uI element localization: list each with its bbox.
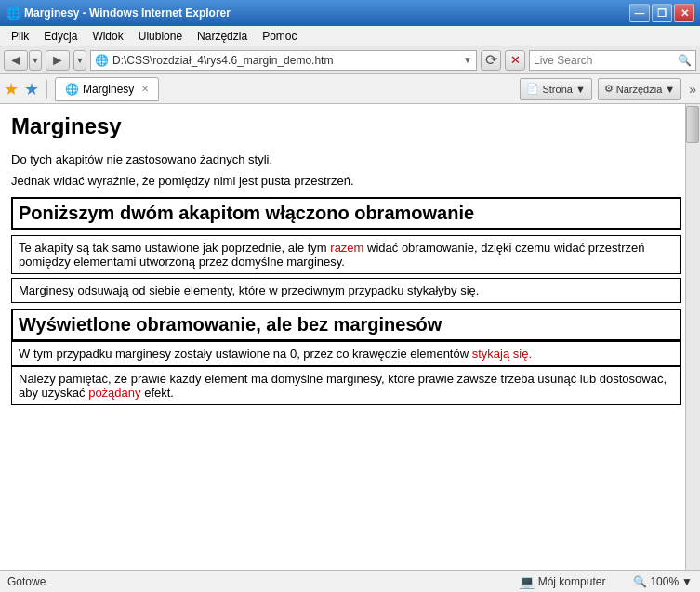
box2-text: Marginesy odsuwają od siebie elementy, k… bbox=[19, 283, 479, 297]
toolbar-separator bbox=[46, 80, 47, 99]
section2-heading: Wyświetlone obramowanie, ale bez margine… bbox=[11, 309, 681, 341]
nav-buttons: ◄ ▼ bbox=[4, 50, 42, 71]
tools-button[interactable]: ⚙ Narzędzia ▼ bbox=[598, 78, 681, 100]
restore-button[interactable]: ❐ bbox=[652, 4, 672, 22]
browser-tab[interactable]: 🌐 Marginesy ✕ bbox=[55, 77, 159, 101]
box3-colored: stykają się. bbox=[472, 347, 532, 361]
zoom-label: 100% bbox=[650, 575, 679, 588]
status-computer: 💻 Mój komputer bbox=[519, 574, 606, 589]
tools-button-label: Narzędzia bbox=[616, 84, 663, 95]
status-bar: Gotowe 💻 Mój komputer 🔍 100% ▼ bbox=[0, 570, 700, 592]
forward-dropdown[interactable]: ▼ bbox=[73, 50, 86, 71]
tab-close-button[interactable]: ✕ bbox=[141, 84, 149, 94]
tab-page-icon: 🌐 bbox=[65, 83, 79, 96]
address-input-wrap[interactable]: 🌐 D:\CSS\rozdział_4\rys4.6_margin_demo.h… bbox=[90, 50, 477, 71]
tools-button-icon: ⚙ bbox=[604, 83, 614, 95]
content-area: Marginesy Do tych akapitów nie zastosowa… bbox=[0, 104, 700, 570]
computer-label: Mój komputer bbox=[538, 575, 606, 588]
menu-item-narzedzia[interactable]: Narzędzia bbox=[190, 28, 255, 45]
window-title: Marginesy - Windows Internet Explorer bbox=[24, 7, 629, 20]
scrollbar-track[interactable] bbox=[685, 104, 700, 570]
add-favorites-icon[interactable]: ★ bbox=[24, 79, 39, 99]
address-dropdown-btn[interactable]: ▼ bbox=[463, 55, 472, 65]
box1-colored: razem bbox=[330, 241, 363, 255]
search-input[interactable] bbox=[534, 54, 674, 67]
toolbar-right: 📄 Strona ▼ ⚙ Narzędzia ▼ » bbox=[520, 78, 696, 100]
close-button[interactable]: ✕ bbox=[674, 4, 694, 22]
zoom-control[interactable]: 🔍 100% ▼ bbox=[633, 575, 693, 588]
zoom-dropdown[interactable]: ▼ bbox=[681, 575, 693, 588]
tab-label: Marginesy bbox=[83, 83, 134, 96]
tools-button-dropdown[interactable]: ▼ bbox=[665, 84, 675, 95]
window-titlebar: 🌐 Marginesy - Windows Internet Explorer … bbox=[0, 0, 700, 26]
paragraph-1-text: Do tych akapitów nie zastosowano żadnych… bbox=[11, 152, 272, 166]
back-dropdown[interactable]: ▼ bbox=[29, 50, 42, 71]
menu-bar: Plik Edycja Widok Ulubione Narzędzia Pom… bbox=[0, 26, 700, 46]
page-button[interactable]: 📄 Strona ▼ bbox=[520, 78, 591, 100]
box4-text: Należy pamiętać, że prawie każdy element… bbox=[19, 372, 667, 400]
address-bar: ◄ ▼ ► ▼ 🌐 D:\CSS\rozdział_4\rys4.6_margi… bbox=[0, 46, 700, 74]
section1-heading: Poniższym dwóm akapitom włączono obramow… bbox=[11, 197, 681, 230]
minimize-button[interactable]: — bbox=[629, 4, 650, 22]
menu-item-plik[interactable]: Plik bbox=[4, 28, 36, 45]
box2: Marginesy odsuwają od siebie elementy, k… bbox=[11, 278, 681, 303]
menu-item-widok[interactable]: Widok bbox=[85, 28, 130, 45]
zoom-icon: 🔍 bbox=[633, 575, 647, 588]
box3: W tym przypadku marginesy zostały ustawi… bbox=[11, 341, 681, 366]
browser-icon: 🌐 bbox=[6, 6, 20, 20]
content-wrap: Marginesy Do tych akapitów nie zastosowa… bbox=[0, 104, 700, 570]
forward-button[interactable]: ► bbox=[46, 50, 70, 71]
toolbar: ★ ★ 🌐 Marginesy ✕ 📄 Strona ▼ ⚙ Narzędzia… bbox=[0, 74, 700, 104]
box1: Te akapity są tak samo ustawione jak pop… bbox=[11, 235, 681, 274]
favorites-star-icon[interactable]: ★ bbox=[4, 79, 19, 99]
box4: Należy pamiętać, że prawie każdy element… bbox=[11, 366, 681, 405]
paragraph-2-text: Jednak widać wyraźnie, że pomiędzy nimi … bbox=[11, 174, 354, 188]
page-button-label: Strona bbox=[542, 84, 572, 95]
page-button-dropdown[interactable]: ▼ bbox=[575, 84, 586, 95]
paragraph-1: Do tych akapitów nie zastosowano żadnych… bbox=[11, 152, 681, 166]
back-button[interactable]: ◄ bbox=[4, 50, 28, 71]
toolbar-more-icon[interactable]: » bbox=[689, 82, 696, 97]
address-input[interactable]: D:\CSS\rozdział_4\rys4.6_margin_demo.htm bbox=[112, 54, 459, 67]
search-icon[interactable]: 🔍 bbox=[678, 54, 692, 67]
search-wrap[interactable]: 🔍 bbox=[529, 50, 696, 71]
page-button-icon: 📄 bbox=[526, 83, 539, 95]
status-text: Gotowe bbox=[7, 575, 519, 588]
window-controls: — ❐ ✕ bbox=[629, 4, 694, 22]
refresh-button[interactable]: ⟳ bbox=[481, 50, 501, 71]
box1-text: Te akapity są tak samo ustawione jak pop… bbox=[19, 241, 644, 269]
paragraph-2: Jednak widać wyraźnie, że pomiędzy nimi … bbox=[11, 174, 681, 188]
page-heading: Marginesy bbox=[11, 113, 681, 139]
computer-icon: 💻 bbox=[519, 574, 535, 589]
box4-colored: pożądany bbox=[88, 386, 140, 400]
stop-button[interactable]: ✕ bbox=[505, 50, 525, 71]
menu-item-ulubione[interactable]: Ulubione bbox=[131, 28, 190, 45]
page-icon: 🌐 bbox=[95, 54, 109, 67]
menu-item-edycja[interactable]: Edycja bbox=[36, 28, 85, 45]
box3-text: W tym przypadku marginesy zostały ustawi… bbox=[19, 347, 532, 361]
scrollbar-thumb[interactable] bbox=[686, 106, 699, 143]
menu-item-pomoc[interactable]: Pomoc bbox=[255, 28, 304, 45]
